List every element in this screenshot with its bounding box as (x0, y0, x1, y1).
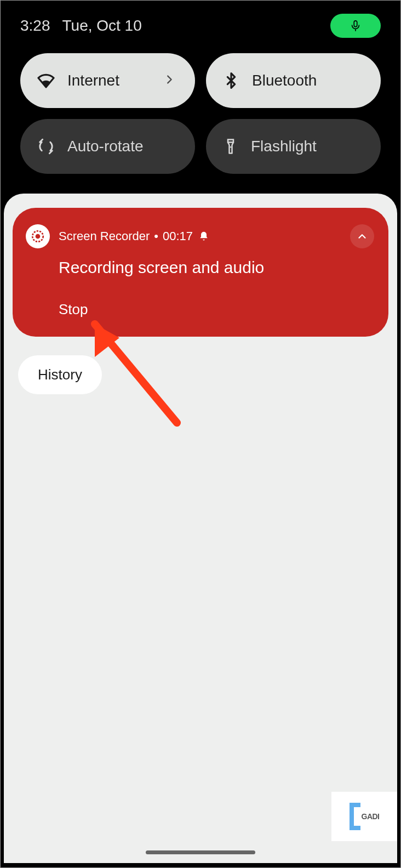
clock-time: 3:28 (20, 17, 50, 35)
status-bar: 3:28 Tue, Oct 10 (1, 1, 400, 48)
qs-flashlight-label: Flashlight (251, 138, 317, 155)
screen-recorder-notification[interactable]: Screen Recorder • 00:17 Recording screen… (13, 208, 388, 337)
chevron-up-icon (356, 230, 368, 242)
qs-bluetooth-tile[interactable]: Bluetooth (206, 53, 381, 108)
stop-button[interactable]: Stop (59, 301, 370, 318)
screen-recorder-icon (31, 229, 45, 243)
bell-icon (198, 231, 209, 242)
microphone-icon (350, 20, 362, 32)
notification-app-name: Screen Recorder (59, 229, 150, 243)
svg-point-3 (36, 234, 41, 239)
flashlight-icon (222, 138, 239, 155)
qs-bluetooth-label: Bluetooth (252, 72, 317, 89)
autorotate-icon (37, 137, 55, 156)
app-icon-circle (26, 224, 50, 248)
watermark-text: GADI (362, 812, 380, 821)
microphone-indicator[interactable] (330, 14, 381, 38)
notification-separator: • (154, 229, 158, 243)
qs-autorotate-tile[interactable]: Auto-rotate (20, 119, 195, 174)
qs-flashlight-tile[interactable]: Flashlight (206, 119, 381, 174)
svg-rect-0 (228, 140, 233, 143)
chevron-right-icon (163, 73, 175, 88)
watermark-bracket-icon (350, 803, 360, 830)
navigation-handle[interactable] (146, 850, 255, 854)
notification-header: Screen Recorder • 00:17 (26, 224, 370, 248)
qs-internet-tile[interactable]: Internet (20, 53, 195, 108)
notification-meta: Screen Recorder • 00:17 (59, 229, 209, 243)
svg-point-1 (230, 146, 232, 148)
wifi-icon (37, 71, 55, 90)
history-button[interactable]: History (18, 355, 102, 394)
history-label: History (38, 366, 82, 383)
watermark: GADI (331, 792, 397, 841)
collapse-button[interactable] (350, 224, 374, 248)
qs-autorotate-label: Auto-rotate (67, 138, 144, 155)
status-left: 3:28 Tue, Oct 10 (20, 17, 142, 35)
bluetooth-icon (222, 72, 240, 89)
notification-timer: 00:17 (163, 229, 193, 243)
quick-settings-grid: Internet Bluetooth Auto-rotate Flashligh… (1, 48, 400, 190)
notifications-panel: Screen Recorder • 00:17 Recording screen… (4, 194, 397, 863)
qs-internet-label: Internet (67, 72, 119, 89)
notification-title: Recording screen and audio (59, 258, 370, 277)
clock-date: Tue, Oct 10 (62, 17, 142, 35)
